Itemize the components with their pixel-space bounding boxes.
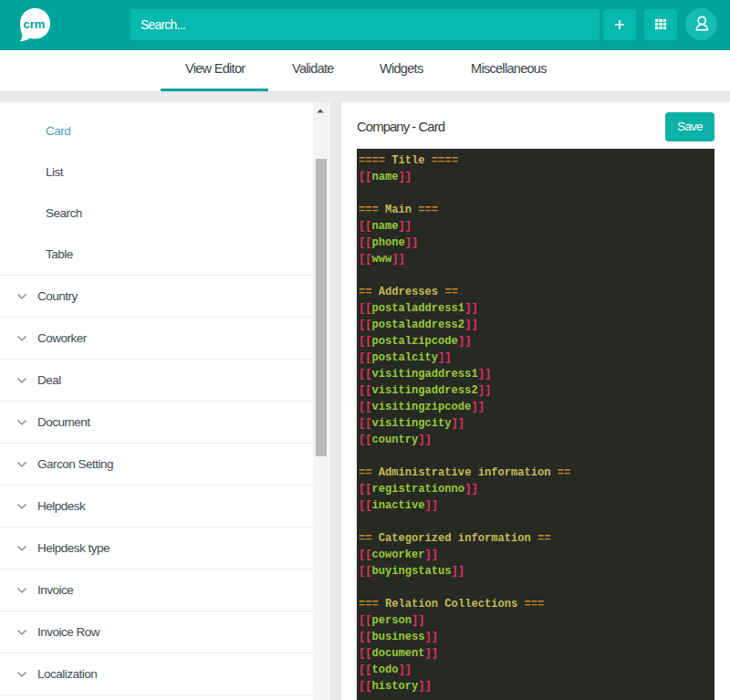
svg-text:crm: crm xyxy=(24,17,46,31)
